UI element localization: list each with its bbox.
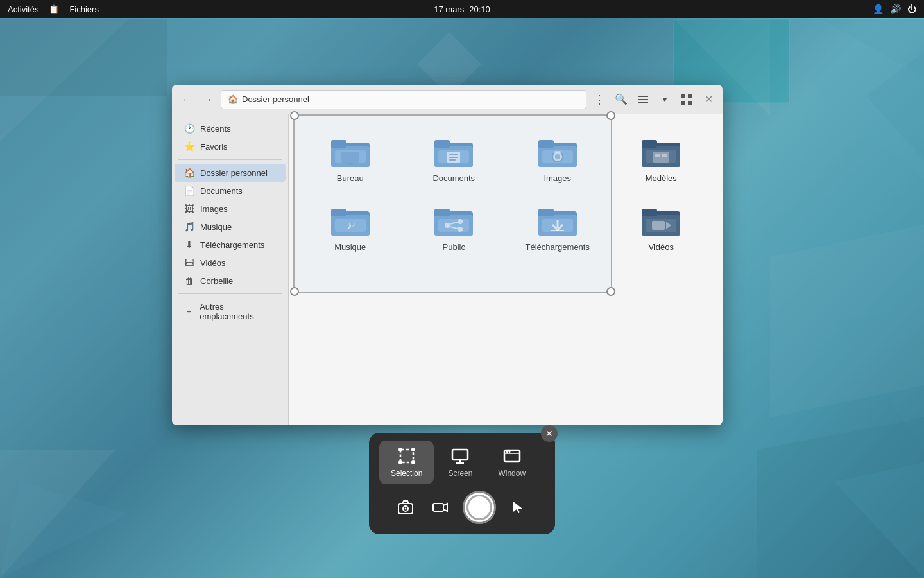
- folder-musique-label: Musique: [334, 242, 366, 252]
- camera-icon: [397, 499, 414, 516]
- mode-screen-button[interactable]: Screen: [436, 441, 484, 484]
- svg-point-82: [411, 460, 415, 464]
- user-icon[interactable]: 👤: [873, 4, 884, 14]
- topbar-left: Activités 📋 Fichiers: [8, 4, 99, 14]
- svg-point-88: [506, 451, 508, 453]
- pointer-button[interactable]: [506, 495, 531, 520]
- folder-musique-icon: ♪ ♪: [330, 202, 371, 238]
- view-grid-button[interactable]: [678, 91, 696, 109]
- folder-telechargements-icon: [537, 202, 578, 238]
- folder-modeles-icon: [640, 134, 681, 170]
- svg-rect-17: [638, 99, 648, 100]
- activities-label[interactable]: Activités: [8, 4, 38, 14]
- svg-rect-43: [554, 151, 561, 153]
- topbar-date: 17 mars: [434, 4, 464, 14]
- sidebar-item-telechargements[interactable]: ⬇ Téléchargements: [175, 236, 286, 254]
- folder-public[interactable]: Public: [406, 196, 503, 258]
- svg-rect-83: [452, 450, 468, 460]
- sidebar-label-videos: Vidéos: [200, 258, 226, 268]
- sidebar-item-images[interactable]: 🖼 Images: [175, 200, 286, 218]
- folder-modeles[interactable]: Modèles: [613, 127, 710, 189]
- svg-point-79: [398, 448, 402, 451]
- sidebar-item-autres[interactable]: + Autres emplacements: [175, 298, 286, 325]
- folder-bureau[interactable]: Bureau: [302, 127, 399, 189]
- video-icon: [432, 499, 449, 516]
- svg-rect-59: [434, 209, 450, 216]
- close-button[interactable]: ✕: [699, 91, 717, 109]
- folder-public-label: Public: [443, 242, 465, 252]
- folder-musique[interactable]: ♪ ♪ Musique: [302, 196, 399, 258]
- search-button[interactable]: 🔍: [612, 91, 630, 109]
- svg-rect-48: [653, 152, 669, 163]
- file-manager-window: ← → 🏠 Dossier personnel ⋮ 🔍 ▼ ✕ 🕐 Récent…: [172, 85, 723, 425]
- volume-icon[interactable]: 🔊: [890, 4, 901, 14]
- sidebar-item-corbeille[interactable]: 🗑 Corbeille: [175, 272, 286, 290]
- folder-public-icon: [433, 202, 474, 238]
- sidebar-item-videos[interactable]: 🎞 Vidéos: [175, 254, 286, 272]
- sidebar-item-musique[interactable]: 🎵 Musique: [175, 218, 286, 236]
- svg-rect-78: [400, 450, 413, 462]
- folder-documents-label: Documents: [432, 173, 475, 183]
- svg-rect-22: [688, 101, 692, 105]
- video-button[interactable]: [428, 495, 452, 520]
- svg-rect-46: [642, 140, 657, 148]
- svg-marker-94: [513, 502, 522, 513]
- sidebar-label-favoris: Favoris: [200, 142, 228, 152]
- capture-record-button[interactable]: [463, 491, 496, 524]
- svg-point-89: [508, 451, 510, 453]
- folder-telechargements-label: Téléchargements: [526, 242, 590, 252]
- pointer-icon: [511, 500, 526, 514]
- screenshot-toolbar: ✕ Selection Screen: [369, 433, 555, 534]
- svg-rect-19: [681, 94, 685, 98]
- folder-documents[interactable]: Documents: [406, 127, 503, 189]
- sidebar-item-dossier-personnel[interactable]: 🏠 Dossier personnel: [175, 164, 286, 182]
- svg-point-61: [445, 223, 450, 228]
- camera-button[interactable]: [393, 495, 418, 520]
- fm-body: 🕐 Récents ⭐ Favoris 🏠 Dossier personnel …: [172, 114, 723, 425]
- screen-mode-label: Screen: [448, 469, 472, 478]
- sidebar-label-corbeille: Corbeille: [200, 276, 233, 286]
- svg-rect-36: [449, 159, 456, 161]
- svg-rect-25: [331, 140, 346, 148]
- sidebar-label-telechargements: Téléchargements: [200, 240, 264, 250]
- svg-rect-93: [433, 504, 443, 511]
- svg-rect-49: [655, 154, 660, 157]
- videos-icon: 🎞: [184, 258, 195, 268]
- sidebar-item-recents[interactable]: 🕐 Récents: [175, 119, 286, 137]
- sidebar-label-documents: Documents: [200, 186, 243, 196]
- selection-mode-icon: [398, 447, 416, 465]
- mode-window-button[interactable]: Window: [486, 441, 537, 484]
- app-icon: 📋: [49, 4, 59, 14]
- musique-icon: 🎵: [184, 222, 195, 232]
- svg-rect-39: [538, 140, 554, 148]
- topbar: Activités 📋 Fichiers 17 mars 20:10 👤 🔊 ⏻: [0, 0, 924, 18]
- svg-rect-76: [652, 221, 665, 230]
- view-list-button[interactable]: [634, 91, 652, 109]
- folder-videos-label: Vidéos: [648, 242, 674, 252]
- menu-button[interactable]: ⋮: [590, 91, 608, 109]
- screenshot-actions: [379, 491, 545, 524]
- folder-images[interactable]: Images: [509, 127, 606, 189]
- sidebar-item-favoris[interactable]: ⭐ Favoris: [175, 137, 286, 155]
- folder-videos[interactable]: Vidéos: [613, 196, 710, 258]
- path-bar[interactable]: 🏠 Dossier personnel: [221, 90, 586, 109]
- view-dropdown-button[interactable]: ▼: [656, 91, 674, 109]
- svg-rect-60: [438, 219, 469, 232]
- mode-selection-button[interactable]: Selection: [379, 441, 434, 484]
- window-mode-icon: [503, 447, 521, 465]
- dossier-icon: 🏠: [184, 168, 195, 178]
- svg-text:♪: ♪: [352, 220, 355, 229]
- sidebar-item-documents[interactable]: 📄 Documents: [175, 182, 286, 200]
- app-name[interactable]: Fichiers: [69, 4, 99, 14]
- folder-documents-icon: [433, 134, 474, 170]
- forward-button[interactable]: →: [199, 91, 217, 109]
- back-button[interactable]: ←: [177, 91, 195, 109]
- fm-content: Bureau Documents: [289, 114, 723, 425]
- svg-point-80: [411, 448, 415, 451]
- folder-modeles-label: Modèles: [646, 173, 677, 183]
- power-icon[interactable]: ⏻: [907, 4, 916, 14]
- folder-telechargements[interactable]: Téléchargements: [509, 196, 606, 258]
- screenshot-close-button[interactable]: ✕: [541, 425, 558, 442]
- svg-rect-16: [638, 96, 648, 97]
- svg-rect-27: [341, 152, 359, 163]
